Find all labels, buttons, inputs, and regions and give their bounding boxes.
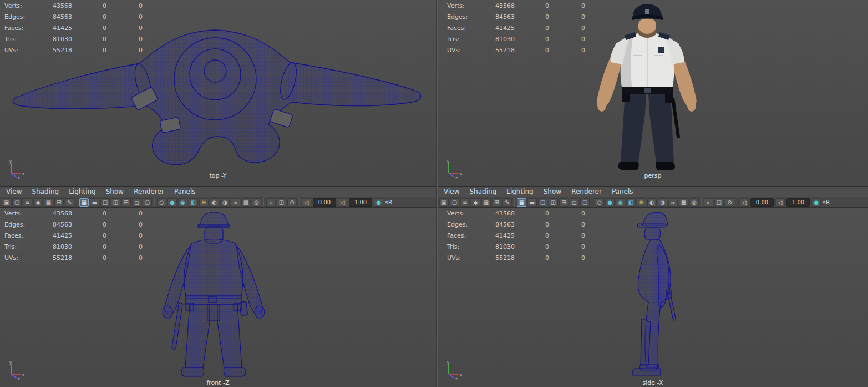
toolbar-separator (592, 198, 592, 206)
hud-selected-count: 0 (545, 36, 581, 43)
film-gate-icon[interactable]: ▬ (90, 198, 99, 207)
image-plane-icon[interactable]: ▦ (44, 198, 53, 207)
grid-icon[interactable]: ▦ (517, 198, 526, 207)
grease-pencil-icon[interactable]: ✎ (502, 198, 512, 207)
grid-icon[interactable]: ▦ (79, 198, 89, 207)
select-camera-icon[interactable]: ▣ (439, 198, 449, 207)
axis-x-label: x (22, 172, 24, 176)
screen-space-ao-icon[interactable]: ◑ (220, 198, 230, 207)
2d-pan-zoom-icon[interactable]: ⊞ (54, 198, 64, 207)
gamma-toggle-icon[interactable]: ◁ (775, 198, 785, 207)
hud-selected-count: 0 (103, 232, 139, 239)
viewport-top[interactable]: Verts:4356800Edges:8456300Faces:4142500T… (0, 0, 436, 187)
field-chart-icon[interactable]: ⊞ (121, 198, 131, 207)
viewport-front[interactable]: Verts:4356800Edges:8456300Faces:4142500T… (0, 208, 436, 387)
field-chart-icon[interactable]: ⊞ (559, 198, 568, 207)
shadows-icon[interactable]: ◐ (210, 198, 219, 207)
model-render-front-view (0, 208, 436, 387)
lock-camera-icon[interactable]: ▢ (450, 198, 459, 207)
gamma-field[interactable]: 1.00 (349, 198, 372, 207)
color-management-icon[interactable]: ● (374, 198, 383, 207)
screen-space-ao-icon[interactable]: ◑ (658, 198, 667, 207)
textured-icon[interactable]: ◧ (189, 198, 198, 207)
use-all-lights-icon[interactable]: ☀ (637, 198, 646, 207)
safe-action-icon[interactable]: ◻ (570, 198, 579, 207)
menu-show[interactable]: Show (101, 187, 129, 197)
isolate-select-icon[interactable]: ▹ (704, 198, 713, 207)
2d-pan-zoom-icon[interactable]: ⊞ (492, 198, 501, 207)
smooth-shade-icon[interactable]: ● (167, 198, 177, 207)
camera-attributes-icon[interactable]: ≡ (460, 198, 470, 207)
bookmarks-icon[interactable]: ◆ (33, 198, 43, 207)
menu-show[interactable]: Show (539, 187, 566, 197)
axis-y-label: y (447, 159, 449, 164)
exposure-toggle-icon[interactable]: ◁ (302, 198, 311, 207)
depth-of-field-icon[interactable]: ◎ (689, 198, 699, 207)
image-plane-icon[interactable]: ▦ (481, 198, 491, 207)
hud-total-count: 81030 (495, 243, 545, 250)
gate-mask-icon[interactable]: ◫ (549, 198, 558, 207)
wireframe-on-shaded-icon[interactable]: ◉ (616, 198, 625, 207)
hud-total-count: 81030 (53, 243, 103, 250)
x-ray-joints-icon[interactable]: ⊙ (287, 198, 297, 207)
hud-row-label: Edges: (4, 13, 53, 21)
hud-total-count: 81030 (495, 36, 545, 43)
shadows-icon[interactable]: ◐ (647, 198, 657, 207)
menu-shading[interactable]: Shading (27, 187, 64, 197)
viewport-persp[interactable]: Verts:4356800Edges:8456300Faces:4142500T… (438, 0, 868, 187)
multisample-aa-icon[interactable]: ▩ (679, 198, 688, 207)
select-camera-icon[interactable]: ▣ (2, 198, 11, 207)
x-ray-icon[interactable]: ◫ (714, 198, 724, 207)
grease-pencil-icon[interactable]: ✎ (65, 198, 74, 207)
hud-row-label: Tris: (447, 243, 495, 250)
menu-renderer[interactable]: Renderer (566, 187, 607, 197)
exposure-field[interactable]: 0.00 (750, 198, 774, 207)
hud-selected-count: 0 (545, 243, 581, 250)
hud-selected-count-2: 0 (139, 36, 161, 43)
wireframe-on-shaded-icon[interactable]: ◉ (178, 198, 187, 207)
motion-blur-icon[interactable]: ≈ (668, 198, 678, 207)
menu-lighting[interactable]: Lighting (501, 187, 539, 197)
axis-y-label: y (9, 360, 12, 365)
panel-side-view: ViewShadingLightingShowRendererPanels ▣▢… (438, 187, 868, 387)
textured-icon[interactable]: ◧ (626, 198, 636, 207)
gamma-field[interactable]: 1.00 (786, 198, 810, 207)
menu-shading[interactable]: Shading (464, 187, 501, 197)
multisample-aa-icon[interactable]: ▩ (241, 198, 251, 207)
resolution-gate-icon[interactable]: □ (100, 198, 110, 207)
film-gate-icon[interactable]: ▬ (527, 198, 537, 207)
menu-view[interactable]: View (1, 187, 27, 197)
gate-mask-icon[interactable]: ◫ (111, 198, 120, 207)
x-ray-icon[interactable]: ◫ (277, 198, 286, 207)
safe-action-icon[interactable]: ◻ (132, 198, 141, 207)
menu-lighting[interactable]: Lighting (64, 187, 101, 197)
menu-panels[interactable]: Panels (607, 187, 638, 197)
use-all-lights-icon[interactable]: ☀ (199, 198, 209, 207)
panel-toolbar: ▣▢≡◆▦⊞✎▦▬□◫⊞◻▢○●◉◧☀◐◑≈▩◎▹◫⊙◁0.00◁1.00●sR (438, 197, 868, 208)
lock-camera-icon[interactable]: ▢ (12, 198, 22, 207)
motion-blur-icon[interactable]: ≈ (231, 198, 240, 207)
smooth-shade-icon[interactable]: ● (605, 198, 615, 207)
gamma-toggle-icon[interactable]: ◁ (338, 198, 347, 207)
resolution-gate-icon[interactable]: □ (538, 198, 547, 207)
hud-selected-count-2: 0 (139, 221, 161, 228)
menu-view[interactable]: View (439, 187, 464, 197)
isolate-select-icon[interactable]: ▹ (266, 198, 276, 207)
depth-of-field-icon[interactable]: ◎ (252, 198, 261, 207)
wireframe-icon[interactable]: ○ (157, 198, 166, 207)
safe-title-icon[interactable]: ▢ (143, 198, 152, 207)
bookmarks-icon[interactable]: ◆ (471, 198, 480, 207)
wireframe-icon[interactable]: ○ (595, 198, 604, 207)
exposure-toggle-icon[interactable]: ◁ (739, 198, 749, 207)
menu-panels[interactable]: Panels (169, 187, 201, 197)
viewport-label-front: front -Z (0, 379, 436, 386)
viewport-side[interactable]: Verts:4356800Edges:8456300Faces:4142500T… (438, 208, 868, 387)
camera-attributes-icon[interactable]: ≡ (23, 198, 32, 207)
hud-selected-count-2: 0 (139, 254, 161, 262)
color-management-icon[interactable]: ● (811, 198, 821, 207)
x-ray-joints-icon[interactable]: ⊙ (725, 198, 734, 207)
safe-title-icon[interactable]: ▢ (580, 198, 590, 207)
exposure-field[interactable]: 0.00 (313, 198, 336, 207)
menu-renderer[interactable]: Renderer (129, 187, 169, 197)
hud-row-label: Faces: (4, 24, 53, 32)
